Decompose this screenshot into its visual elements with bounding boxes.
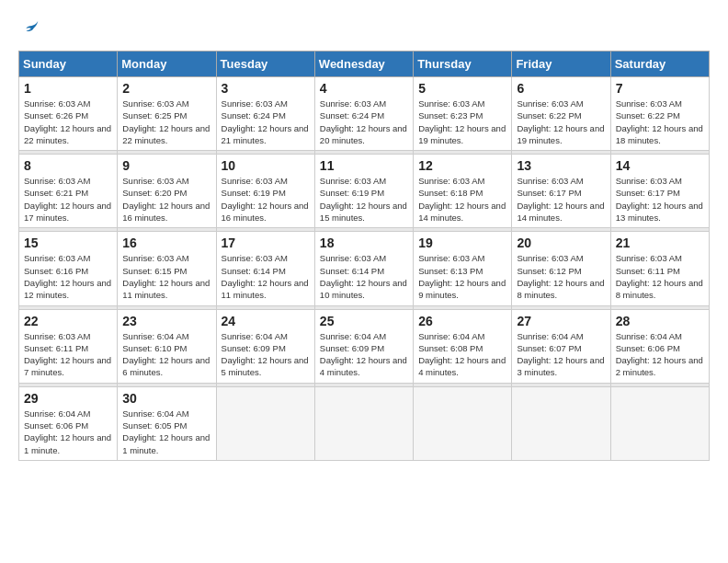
calendar-day-cell: 30Sunrise: 6:04 AMSunset: 6:05 PMDayligh… (118, 386, 216, 460)
day-number: 23 (122, 314, 210, 328)
day-info: Sunrise: 6:03 AMSunset: 6:18 PMDaylight:… (418, 175, 506, 224)
day-number: 19 (418, 236, 506, 250)
day-number: 9 (122, 158, 210, 173)
day-info: Sunrise: 6:03 AMSunset: 6:25 PMDaylight:… (122, 98, 210, 146)
day-number: 16 (122, 236, 210, 250)
day-number: 20 (517, 236, 605, 250)
calendar-day-cell: 2Sunrise: 6:03 AMSunset: 6:25 PMDaylight… (118, 77, 216, 151)
weekday-header: Wednesday (314, 52, 413, 77)
day-info: Sunrise: 6:03 AMSunset: 6:24 PMDaylight:… (222, 98, 310, 146)
calendar-day-cell: 19Sunrise: 6:03 AMSunset: 6:13 PMDayligh… (414, 232, 512, 305)
day-info: Sunrise: 6:03 AMSunset: 6:22 PMDaylight:… (616, 98, 704, 146)
weekday-header: Saturday (610, 52, 709, 77)
day-info: Sunrise: 6:03 AMSunset: 6:19 PMDaylight:… (222, 175, 310, 224)
day-number: 7 (616, 81, 704, 96)
calendar-day-cell: 18Sunrise: 6:03 AMSunset: 6:14 PMDayligh… (314, 232, 413, 305)
calendar-day-cell: 1Sunrise: 6:03 AMSunset: 6:26 PMDaylight… (19, 77, 118, 151)
logo-container (18, 18, 40, 43)
day-number: 5 (418, 81, 506, 96)
day-info: Sunrise: 6:04 AMSunset: 6:09 PMDaylight:… (222, 330, 310, 379)
day-info: Sunrise: 6:04 AMSunset: 6:08 PMDaylight:… (418, 330, 506, 379)
page-header (18, 18, 710, 43)
day-number: 15 (24, 236, 112, 250)
weekday-header: Tuesday (216, 52, 314, 77)
logo (18, 18, 40, 43)
day-number: 6 (517, 81, 605, 96)
weekday-header: Friday (512, 52, 610, 77)
calendar-week-row: 8Sunrise: 6:03 AMSunset: 6:21 PMDaylight… (19, 155, 710, 228)
day-info: Sunrise: 6:03 AMSunset: 6:16 PMDaylight:… (24, 252, 112, 301)
day-number: 29 (24, 391, 112, 406)
day-info: Sunrise: 6:03 AMSunset: 6:11 PMDaylight:… (24, 330, 112, 379)
calendar-day-cell: 4Sunrise: 6:03 AMSunset: 6:24 PMDaylight… (314, 77, 413, 151)
day-number: 17 (222, 236, 310, 250)
calendar-day-cell: 24Sunrise: 6:04 AMSunset: 6:09 PMDayligh… (216, 309, 314, 383)
day-info: Sunrise: 6:03 AMSunset: 6:11 PMDaylight:… (616, 252, 704, 301)
day-number: 12 (418, 158, 506, 173)
calendar-week-row: 1Sunrise: 6:03 AMSunset: 6:26 PMDaylight… (19, 77, 710, 151)
day-number: 18 (320, 236, 408, 250)
calendar-day-cell: 27Sunrise: 6:04 AMSunset: 6:07 PMDayligh… (512, 309, 610, 383)
day-info: Sunrise: 6:04 AMSunset: 6:06 PMDaylight:… (24, 408, 112, 456)
day-number: 22 (24, 314, 112, 328)
calendar-week-row: 22Sunrise: 6:03 AMSunset: 6:11 PMDayligh… (19, 309, 710, 383)
day-number: 10 (222, 158, 310, 173)
day-number: 21 (616, 236, 704, 250)
calendar-day-cell (414, 386, 512, 460)
day-number: 26 (418, 314, 506, 328)
calendar-day-cell: 8Sunrise: 6:03 AMSunset: 6:21 PMDaylight… (19, 155, 118, 228)
day-info: Sunrise: 6:03 AMSunset: 6:13 PMDaylight:… (418, 252, 506, 301)
calendar-day-cell: 21Sunrise: 6:03 AMSunset: 6:11 PMDayligh… (610, 232, 709, 305)
calendar-day-cell: 29Sunrise: 6:04 AMSunset: 6:06 PMDayligh… (19, 386, 118, 460)
calendar-day-cell: 10Sunrise: 6:03 AMSunset: 6:19 PMDayligh… (216, 155, 314, 228)
calendar-day-cell: 28Sunrise: 6:04 AMSunset: 6:06 PMDayligh… (610, 309, 709, 383)
day-number: 24 (222, 314, 310, 328)
day-number: 13 (517, 158, 605, 173)
day-number: 30 (122, 391, 210, 406)
calendar-day-cell: 17Sunrise: 6:03 AMSunset: 6:14 PMDayligh… (216, 232, 314, 305)
calendar-header-row: SundayMondayTuesdayWednesdayThursdayFrid… (19, 52, 710, 77)
day-number: 14 (616, 158, 704, 173)
calendar-day-cell: 12Sunrise: 6:03 AMSunset: 6:18 PMDayligh… (414, 155, 512, 228)
day-number: 1 (24, 81, 112, 96)
calendar-day-cell: 25Sunrise: 6:04 AMSunset: 6:09 PMDayligh… (314, 309, 413, 383)
weekday-header: Sunday (19, 52, 118, 77)
day-number: 27 (517, 314, 605, 328)
calendar-week-row: 29Sunrise: 6:04 AMSunset: 6:06 PMDayligh… (19, 386, 710, 460)
day-number: 25 (320, 314, 408, 328)
day-number: 11 (320, 158, 408, 173)
calendar-day-cell: 20Sunrise: 6:03 AMSunset: 6:12 PMDayligh… (512, 232, 610, 305)
day-info: Sunrise: 6:03 AMSunset: 6:20 PMDaylight:… (122, 175, 210, 224)
day-info: Sunrise: 6:03 AMSunset: 6:17 PMDaylight:… (517, 175, 605, 224)
day-info: Sunrise: 6:03 AMSunset: 6:14 PMDaylight:… (320, 252, 408, 301)
day-info: Sunrise: 6:03 AMSunset: 6:23 PMDaylight:… (418, 98, 506, 146)
day-number: 2 (122, 81, 210, 96)
day-number: 4 (320, 81, 408, 96)
day-info: Sunrise: 6:04 AMSunset: 6:09 PMDaylight:… (320, 330, 408, 379)
calendar-day-cell: 16Sunrise: 6:03 AMSunset: 6:15 PMDayligh… (118, 232, 216, 305)
calendar-week-row: 15Sunrise: 6:03 AMSunset: 6:16 PMDayligh… (19, 232, 710, 305)
calendar-day-cell (314, 386, 413, 460)
day-info: Sunrise: 6:03 AMSunset: 6:19 PMDaylight:… (320, 175, 408, 224)
day-info: Sunrise: 6:04 AMSunset: 6:07 PMDaylight:… (517, 330, 605, 379)
day-info: Sunrise: 6:04 AMSunset: 6:06 PMDaylight:… (616, 330, 704, 379)
day-info: Sunrise: 6:03 AMSunset: 6:12 PMDaylight:… (517, 252, 605, 301)
day-info: Sunrise: 6:04 AMSunset: 6:10 PMDaylight:… (122, 330, 210, 379)
calendar-day-cell (610, 386, 709, 460)
day-info: Sunrise: 6:03 AMSunset: 6:14 PMDaylight:… (222, 252, 310, 301)
calendar-day-cell: 26Sunrise: 6:04 AMSunset: 6:08 PMDayligh… (414, 309, 512, 383)
calendar-table: SundayMondayTuesdayWednesdayThursdayFrid… (18, 51, 710, 461)
calendar-day-cell: 5Sunrise: 6:03 AMSunset: 6:23 PMDaylight… (414, 77, 512, 151)
day-info: Sunrise: 6:03 AMSunset: 6:17 PMDaylight:… (616, 175, 704, 224)
day-info: Sunrise: 6:03 AMSunset: 6:21 PMDaylight:… (24, 175, 112, 224)
day-info: Sunrise: 6:04 AMSunset: 6:05 PMDaylight:… (122, 408, 210, 456)
calendar-day-cell: 14Sunrise: 6:03 AMSunset: 6:17 PMDayligh… (610, 155, 709, 228)
calendar-day-cell: 23Sunrise: 6:04 AMSunset: 6:10 PMDayligh… (118, 309, 216, 383)
day-info: Sunrise: 6:03 AMSunset: 6:24 PMDaylight:… (320, 98, 408, 146)
weekday-header: Monday (118, 52, 216, 77)
weekday-header: Thursday (414, 52, 512, 77)
calendar-day-cell: 6Sunrise: 6:03 AMSunset: 6:22 PMDaylight… (512, 77, 610, 151)
day-number: 3 (222, 81, 310, 96)
calendar-day-cell: 7Sunrise: 6:03 AMSunset: 6:22 PMDaylight… (610, 77, 709, 151)
calendar-day-cell (512, 386, 610, 460)
